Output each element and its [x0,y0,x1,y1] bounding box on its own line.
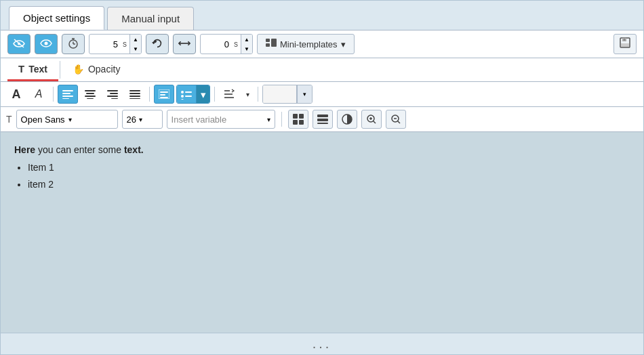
separator-4 [258,87,258,102]
list-item: item 2 [28,177,630,192]
separator-2 [149,87,150,102]
color-dropdown-button[interactable]: ▾ [297,85,312,103]
contrast-button[interactable] [337,110,357,129]
svg-point-40 [181,95,184,98]
delay-input[interactable]: 0 [201,39,231,49]
timer-icon [67,37,79,51]
sub-tab-text-label: Text [28,64,47,75]
grid-view-button[interactable] [288,110,308,129]
sub-tab-bar: T Text ✋ Opacity [1,58,643,82]
tab-manual-input[interactable]: Manual input [107,7,194,30]
svg-rect-28 [107,96,118,97]
list-view-button[interactable] [313,110,333,129]
tab-object-settings[interactable]: Object settings [9,6,104,30]
sync-icon [151,37,163,51]
font-family-dropdown-icon: ▾ [68,116,113,123]
zoom-in-button[interactable] [361,110,382,129]
save-button[interactable] [613,34,637,54]
main-toolbar: 5 s ▲ ▼ [1,30,643,58]
bold-button[interactable]: A [6,85,26,104]
svg-rect-13 [271,39,277,47]
svg-rect-41 [185,96,192,97]
font-size-select[interactable]: 26 ▾ [122,110,163,129]
duration-unit: s [120,39,129,49]
justify-button[interactable] [125,85,145,104]
align-right-button[interactable] [102,85,123,104]
svg-rect-11 [266,39,270,42]
sort-button[interactable] [219,85,239,104]
sub-tab-text[interactable]: T Text [7,58,58,81]
svg-rect-26 [107,90,118,91]
color-picker-group: ▾ [262,85,313,104]
font-size-value: 26 [127,114,136,125]
block-align-button[interactable] [154,85,174,104]
delay-unit: s [231,39,241,49]
sort-dropdown-button[interactable]: ▾ [241,85,254,104]
duration-spinners: ▲ ▼ [129,35,141,54]
svg-rect-12 [266,43,270,47]
align-left-button[interactable] [58,85,78,104]
svg-point-42 [181,99,184,100]
svg-rect-50 [299,120,304,125]
intro-bold-2: text. [124,144,144,155]
svg-rect-19 [62,93,71,94]
eye-open-button[interactable] [35,34,58,54]
sync-button[interactable] [146,34,169,54]
intro-paragraph: Here you can enter some text. [14,142,630,157]
svg-rect-16 [621,43,629,47]
svg-rect-17 [624,39,625,41]
delay-input-group: 0 s ▲ ▼ [200,34,253,54]
align-center-button[interactable] [80,85,100,104]
delay-down-button[interactable]: ▼ [241,44,252,54]
svg-rect-35 [160,91,168,93]
font-family-select[interactable]: Open Sans ▾ [16,110,118,129]
mini-templates-button[interactable]: Mini-templates ▾ [257,34,355,54]
svg-point-1 [18,42,20,45]
save-icon [619,37,631,51]
content-list: Item 1 item 2 [14,160,630,192]
svg-rect-27 [110,93,118,94]
list-dropdown-button[interactable]: ▾ [196,85,209,104]
svg-rect-51 [317,114,328,117]
mini-templates-label: Mini-templates [280,39,338,49]
svg-rect-23 [86,93,94,94]
font-family-value: Open Sans [21,114,66,125]
svg-rect-21 [62,98,69,99]
svg-rect-22 [85,90,96,91]
expand-button[interactable] [173,34,196,54]
svg-rect-29 [111,98,118,99]
text-tab-icon: T [18,63,24,75]
list-button[interactable] [177,85,196,104]
duration-down-button[interactable]: ▼ [130,44,141,54]
footer: ... [1,333,643,354]
list-item: Item 1 [28,160,630,175]
format-toolbar: A A [1,82,643,107]
insert-variable-select[interactable]: Insert variable ▾ [167,110,275,129]
svg-rect-33 [129,98,140,99]
delay-up-button[interactable]: ▲ [241,35,252,44]
intro-middle-text: you can enter some [35,144,124,155]
svg-rect-25 [87,98,94,99]
delay-spinners: ▲ ▼ [241,35,252,54]
font-size-dropdown-icon: ▾ [139,116,142,123]
separator-1 [53,87,54,102]
separator-5 [281,112,282,127]
duration-input[interactable]: 5 [89,39,120,49]
insert-variable-dropdown-icon: ▾ [267,116,270,123]
italic-button[interactable]: A [28,85,49,104]
eye-open-icon [40,39,52,49]
timer-button[interactable] [62,34,85,54]
eye-closed-button[interactable] [7,34,31,54]
mini-templates-icon [266,39,277,50]
opacity-tab-icon: ✋ [73,64,84,75]
svg-rect-31 [129,93,140,94]
zoom-out-button[interactable] [386,110,406,129]
color-swatch[interactable] [263,85,297,103]
svg-rect-30 [129,90,140,91]
footer-dots: ... [313,336,332,352]
duration-up-button[interactable]: ▲ [130,35,141,44]
insert-variable-placeholder: Insert variable [172,114,227,125]
content-area[interactable]: Here you can enter some text. Item 1 ite… [1,132,643,333]
separator-3 [214,87,215,102]
sub-tab-opacity[interactable]: ✋ Opacity [62,58,131,81]
